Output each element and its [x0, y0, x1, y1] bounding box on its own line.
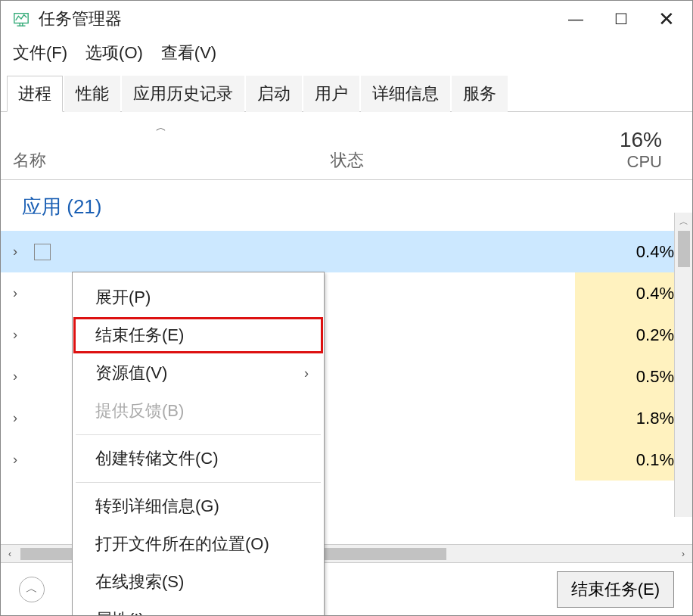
app-icon [34, 244, 51, 260]
column-header-status[interactable]: 状态 [331, 149, 527, 172]
tab-details[interactable]: 详细信息 [361, 76, 450, 112]
scrollbar-thumb[interactable] [678, 231, 690, 267]
tab-startup[interactable]: 启动 [246, 76, 302, 112]
scroll-left-icon[interactable]: ‹ [1, 549, 19, 559]
window-title: 任务管理器 [39, 8, 553, 30]
window-controls: — ☐ ✕ [553, 4, 689, 34]
chevron-right-icon: › [304, 366, 309, 381]
group-apps-header[interactable]: 应用 (21) [1, 180, 692, 231]
context-menu-open-file-location[interactable]: 打开文件所在的位置(O) [73, 525, 324, 563]
minimize-button[interactable]: — [553, 4, 598, 34]
tab-app-history[interactable]: 应用历史记录 [122, 76, 244, 112]
menu-separator [76, 482, 321, 483]
chevron-right-icon[interactable]: › [13, 410, 30, 426]
column-header-cpu[interactable]: 16% CPU [527, 129, 692, 172]
column-header-name[interactable]: 名称 [13, 149, 331, 172]
titlebar: 任务管理器 — ☐ ✕ [1, 1, 692, 37]
context-menu-end-task[interactable]: 结束任务(E) [73, 316, 324, 354]
context-menu: 展开(P) 结束任务(E) 资源值(V) › 提供反馈(B) 创建转储文件(C)… [72, 272, 325, 616]
end-task-button[interactable]: 结束任务(E) [557, 571, 674, 608]
fewer-details-toggle[interactable]: ︿ [19, 577, 45, 602]
chevron-right-icon[interactable]: › [13, 369, 30, 384]
close-button[interactable]: ✕ [644, 4, 689, 34]
context-menu-provide-feedback: 提供反馈(B) [73, 392, 324, 430]
maximize-button[interactable]: ☐ [598, 4, 644, 34]
context-menu-search-online[interactable]: 在线搜索(S) [73, 563, 324, 601]
chevron-right-icon[interactable]: › [13, 244, 30, 260]
tab-users[interactable]: 用户 [303, 76, 359, 112]
scroll-up-icon[interactable]: ︿ [675, 213, 692, 231]
chevron-right-icon[interactable]: › [13, 285, 30, 301]
tab-services[interactable]: 服务 [452, 76, 508, 112]
menu-separator [76, 434, 321, 435]
context-menu-properties[interactable]: 属性(I) [73, 601, 324, 616]
tab-processes[interactable]: 进程 [7, 76, 63, 112]
chevron-right-icon[interactable]: › [13, 452, 30, 468]
menu-options[interactable]: 选项(O) [85, 42, 143, 64]
sort-indicator-icon: ︿ [156, 121, 166, 135]
column-header-row: ︿ 名称 状态 16% CPU [1, 112, 692, 180]
tabs: 进程 性能 应用历史记录 启动 用户 详细信息 服务 [1, 75, 692, 112]
cpu-usage-percent: 16% [527, 129, 662, 152]
context-menu-expand[interactable]: 展开(P) [73, 278, 324, 316]
context-menu-go-to-details[interactable]: 转到详细信息(G) [73, 487, 324, 525]
tab-performance[interactable]: 性能 [64, 76, 120, 112]
context-menu-create-dump[interactable]: 创建转储文件(C) [73, 440, 324, 478]
table-row[interactable]: › 0.4% [1, 231, 692, 272]
context-menu-item-label: 资源值(V) [95, 362, 167, 384]
menubar: 文件(F) 选项(O) 查看(V) [1, 37, 692, 75]
vertical-scrollbar[interactable]: ︿ [674, 213, 692, 517]
context-menu-resource-values[interactable]: 资源值(V) › [73, 354, 324, 392]
task-manager-icon [13, 11, 30, 27]
cpu-label: CPU [527, 152, 662, 172]
chevron-right-icon[interactable]: › [13, 327, 30, 343]
menu-view[interactable]: 查看(V) [161, 42, 216, 64]
scroll-right-icon[interactable]: › [674, 549, 692, 559]
menu-file[interactable]: 文件(F) [13, 42, 67, 64]
